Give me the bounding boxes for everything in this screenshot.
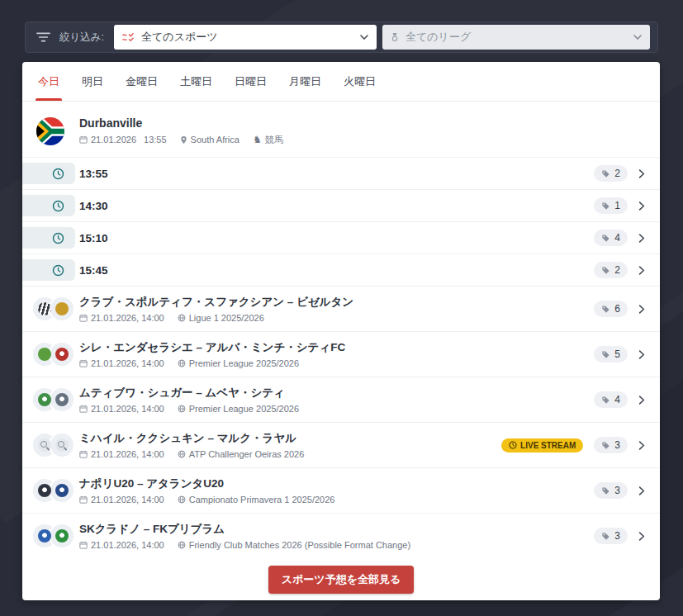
match-league: Ligue 1 2025/2026 <box>178 313 264 323</box>
globe-icon <box>178 314 186 322</box>
team-badges <box>33 434 74 457</box>
chevron-right-icon[interactable] <box>638 440 645 451</box>
race-first-time: 13:55 <box>144 135 167 145</box>
chevron-right-icon[interactable] <box>638 265 645 276</box>
match-row[interactable]: シレ・エンダセラシエ – アルバ・ミンチ・シティFC 21.01.2026, 1… <box>22 331 660 377</box>
globe-icon <box>178 541 186 549</box>
team-badge <box>55 438 69 452</box>
day-tab-label: 日曜日 <box>235 74 267 89</box>
clock-icon <box>52 232 64 244</box>
tag-icon <box>601 441 610 450</box>
day-tab-label: 金曜日 <box>126 74 158 89</box>
match-row[interactable]: ミハイル・ククシュキン – マルク・ラヤル 21.01.2026, 14:00 … <box>22 422 660 467</box>
match-row[interactable]: ムティブワ・シュガー – ムベヤ・シティ 21.01.2026, 14:00 P… <box>22 377 660 422</box>
team-badge <box>55 393 69 406</box>
team-badge <box>38 484 51 497</box>
sport-select[interactable]: 全てのスポーツ <box>114 25 377 50</box>
match-league: ATP Challenger Oeiras 2026 <box>178 449 305 459</box>
tag-icon <box>601 305 610 314</box>
team-badge <box>55 484 69 497</box>
match-title: ミハイル・ククシュキン – マルク・ラヤル <box>79 431 304 446</box>
day-tab[interactable]: 明日 <box>82 62 103 101</box>
medal-icon <box>391 31 399 43</box>
day-tab[interactable]: 日曜日 <box>235 62 267 101</box>
race-time-pill <box>22 195 75 216</box>
match-title: ナポリU20 – アタランタU20 <box>79 476 334 491</box>
predictions-count-badge: 4 <box>594 230 628 246</box>
predictions-count-badge: 2 <box>594 165 628 182</box>
league-select[interactable]: 全てのリーグ <box>382 25 650 50</box>
chevron-right-icon[interactable] <box>638 486 645 496</box>
chevron-right-icon[interactable] <box>638 168 645 179</box>
calendar-icon <box>79 135 88 144</box>
predictions-count-badge: 6 <box>594 301 628 317</box>
race-venue-title: Durbanville <box>79 116 283 130</box>
match-league: Campionato Primavera 1 2025/2026 <box>178 495 335 505</box>
team-badge <box>38 393 51 406</box>
team-badge-chip <box>50 297 74 320</box>
tag-icon <box>601 266 610 275</box>
race-time: 14:30 <box>79 200 108 212</box>
calendar-icon <box>79 541 88 549</box>
globe-icon <box>178 405 186 413</box>
chevron-right-icon[interactable] <box>638 304 645 315</box>
calendar-icon <box>79 450 88 458</box>
race-time-pill <box>22 259 75 281</box>
team-badge <box>38 348 51 361</box>
predictions-count-badge: 3 <box>594 437 628 453</box>
clock-icon <box>52 264 64 277</box>
day-tab[interactable]: 火曜日 <box>344 62 376 101</box>
chevron-right-icon[interactable] <box>638 349 645 360</box>
horse-icon <box>253 135 262 145</box>
chevron-right-icon[interactable] <box>638 201 645 211</box>
clock-icon <box>52 200 64 212</box>
globe-icon <box>178 495 186 504</box>
calendar-icon <box>79 495 88 504</box>
race-section-header[interactable]: Durbanville 21.01.2026 13:55 South Afric… <box>22 102 660 157</box>
team-badge <box>55 529 69 543</box>
calendar-icon <box>79 359 88 367</box>
team-badge <box>55 348 69 361</box>
match-row[interactable]: クラブ・スポルティフ・スファクシアン – ビゼルタン 21.01.2026, 1… <box>22 286 660 331</box>
team-badge-chip <box>50 479 74 502</box>
filter-bar: 絞り込み: 全てのスポーツ 全てのリーグ <box>25 21 658 53</box>
match-title: クラブ・スポルティフ・スファクシアン – ビゼルタン <box>79 295 353 310</box>
day-tab[interactable]: 金曜日 <box>126 62 158 101</box>
race-row[interactable]: 13:55 2 <box>22 157 660 189</box>
race-date: 21.01.2026 <box>79 135 136 145</box>
chevron-right-icon[interactable] <box>638 233 645 244</box>
chevron-right-icon[interactable] <box>638 395 645 405</box>
day-tab[interactable]: 月曜日 <box>289 62 321 101</box>
day-tab-label: 土曜日 <box>180 74 212 89</box>
race-row[interactable]: 15:45 2 <box>22 254 660 286</box>
predictions-count-badge: 3 <box>594 528 628 544</box>
team-badges <box>33 524 74 547</box>
team-badge <box>55 302 69 315</box>
predictions-count-badge: 5 <box>594 346 628 362</box>
match-row[interactable]: ナポリU20 – アタランタU20 21.01.2026, 14:00 Camp… <box>22 467 660 513</box>
team-badges <box>33 388 74 411</box>
day-tab-label: 月曜日 <box>289 74 321 89</box>
calendar-icon <box>79 405 88 413</box>
team-badge <box>38 438 51 452</box>
chevron-right-icon[interactable] <box>638 531 645 542</box>
day-tab[interactable]: 今日 <box>38 62 59 101</box>
match-title: SKクラドノ – FKプリブラム <box>79 522 410 537</box>
match-row[interactable]: SKクラドノ – FKプリブラム 21.01.2026, 14:00 Frien… <box>22 513 660 558</box>
location-pin-icon <box>180 135 187 145</box>
race-row[interactable]: 15:10 4 <box>22 221 660 254</box>
globe-icon <box>178 450 186 458</box>
race-row[interactable]: 14:30 1 <box>22 189 660 221</box>
see-all-predictions-button[interactable]: スポーツ予想を全部見る <box>268 566 415 594</box>
sport-select-value: 全てのスポーツ <box>141 30 353 45</box>
race-time-pill <box>22 227 75 249</box>
match-league: Friendly Club Matches 2026 (Possible For… <box>178 540 410 550</box>
race-sport: 競馬 <box>253 134 283 146</box>
match-league: Premier League 2025/2026 <box>178 358 299 368</box>
match-league: Premier League 2025/2026 <box>178 404 299 414</box>
team-badge <box>38 529 51 543</box>
tag-icon <box>601 350 610 359</box>
match-datetime: 21.01.2026, 14:00 <box>79 313 164 323</box>
race-time: 15:10 <box>79 232 108 244</box>
day-tab[interactable]: 土曜日 <box>180 62 212 101</box>
